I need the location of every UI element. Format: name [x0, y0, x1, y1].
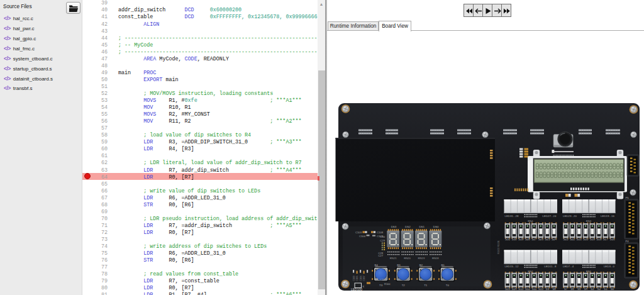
svg-text:DS2: DS2	[405, 225, 411, 228]
svg-text:S12: S12	[525, 287, 531, 291]
svg-text:C29: C29	[380, 239, 385, 242]
svg-text:S0: S0	[611, 287, 614, 291]
svg-text:S11: S11	[531, 287, 536, 291]
svg-text:R2: R2	[419, 264, 423, 267]
svg-text:P4: P4	[626, 240, 630, 243]
svg-text:P5: P5	[626, 196, 630, 199]
svg-text:C104: C104	[359, 235, 366, 238]
svg-text:S10: S10	[538, 287, 544, 291]
svg-text:R1: R1	[441, 264, 445, 267]
svg-text:S21: S21	[577, 238, 582, 241]
svg-text:RN4: RN4	[528, 220, 533, 223]
svg-text:S24: S24	[552, 238, 557, 241]
svg-text:S28: S28	[525, 238, 531, 241]
svg-text:R1302 R1301: R1302 R1301	[497, 240, 500, 254]
svg-text:S26: S26	[538, 238, 544, 241]
svg-text:S23: S23	[564, 238, 569, 241]
svg-text:S19: S19	[590, 238, 596, 241]
svg-text:LED19...16: LED19...16	[601, 214, 615, 218]
svg-text:S16: S16	[609, 238, 615, 241]
svg-text:DS0: DS0	[433, 225, 439, 228]
svg-text:T1: T1	[424, 284, 428, 287]
svg-text:C108: C108	[377, 231, 384, 234]
svg-text:LED27...24: LED27...24	[543, 214, 557, 218]
svg-text:S1: S1	[604, 287, 608, 291]
svg-text:S3: S3	[591, 287, 594, 291]
svg-text:C100: C100	[353, 276, 355, 281]
svg-text:LED7...4: LED7...4	[563, 265, 574, 268]
svg-text:S22: S22	[570, 238, 575, 241]
svg-text:DS3: DS3	[391, 225, 397, 228]
svg-text:S29: S29	[518, 238, 524, 241]
svg-text:T0: T0	[446, 284, 450, 287]
svg-text:T3: T3	[379, 284, 383, 287]
svg-text:S15: S15	[505, 287, 511, 291]
svg-text:C103: C103	[355, 231, 362, 234]
svg-text:S20: S20	[583, 238, 589, 241]
svg-text:C27: C27	[378, 254, 383, 257]
svg-text:LED3...0: LED3...0	[604, 265, 615, 268]
svg-text:R100: R100	[384, 282, 391, 286]
svg-text:S25: S25	[545, 238, 550, 241]
svg-text:T2: T2	[402, 284, 406, 287]
svg-text:LED11...8: LED11...8	[544, 265, 557, 268]
svg-text:S31: S31	[505, 238, 511, 241]
svg-text:S6: S6	[570, 287, 574, 291]
svg-text:S30: S30	[512, 238, 518, 241]
svg-text:C106: C106	[360, 276, 362, 281]
svg-text:LED23...20: LED23...20	[563, 214, 577, 218]
svg-text:S5: S5	[577, 287, 581, 291]
svg-text:S4: S4	[584, 287, 587, 291]
svg-text:S17: S17	[603, 238, 609, 241]
svg-text:LED31...28: LED31...28	[505, 214, 519, 218]
svg-text:C107: C107	[363, 276, 365, 281]
svg-text:S7: S7	[564, 287, 568, 291]
svg-text:S2: S2	[597, 287, 601, 291]
svg-text:S14: S14	[512, 287, 518, 291]
svg-text:R3: R3	[397, 264, 401, 267]
svg-text:RN19: RN19	[418, 257, 425, 260]
svg-text:S27: S27	[531, 238, 537, 241]
svg-text:RN21: RN21	[390, 257, 397, 260]
svg-text:K: K	[363, 285, 365, 288]
svg-text:S8: S8	[552, 287, 556, 291]
svg-text:RN18: RN18	[432, 257, 439, 260]
svg-text:S18: S18	[596, 238, 602, 241]
svg-text:S13: S13	[518, 287, 524, 291]
svg-text:R4: R4	[375, 264, 379, 267]
svg-text:DS1: DS1	[419, 225, 425, 228]
svg-text:LED15...12: LED15...12	[505, 265, 519, 268]
svg-text:C105: C105	[356, 276, 358, 281]
svg-text:RN3: RN3	[586, 220, 592, 223]
svg-text:C110: C110	[380, 278, 386, 281]
svg-text:RN20: RN20	[404, 257, 411, 260]
svg-text:S9: S9	[546, 287, 550, 291]
svg-text:C109: C109	[377, 235, 384, 238]
